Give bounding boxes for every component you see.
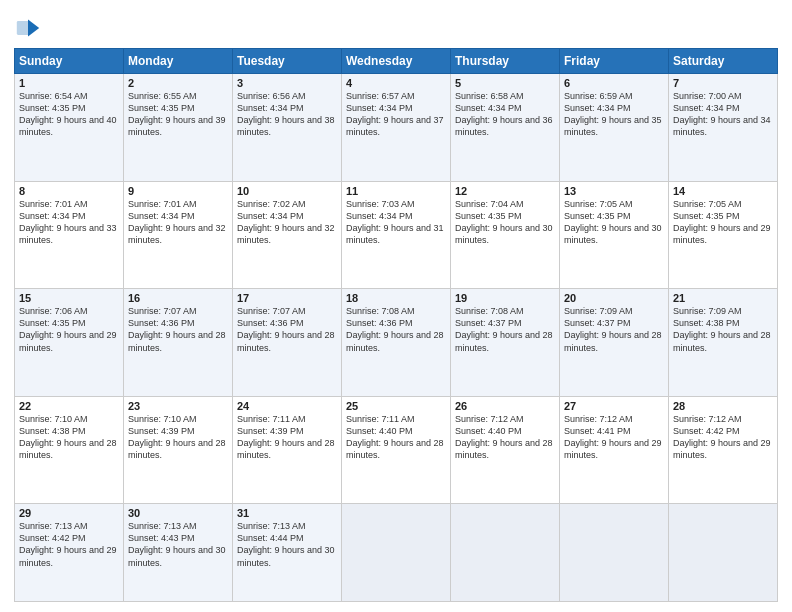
calendar-cell: 3 Sunrise: 6:56 AMSunset: 4:34 PMDayligh… (233, 74, 342, 182)
day-detail: Sunrise: 7:05 AMSunset: 4:35 PMDaylight:… (673, 199, 771, 245)
day-number: 23 (128, 400, 228, 412)
day-number: 12 (455, 185, 555, 197)
svg-rect-1 (17, 21, 30, 35)
day-number: 28 (673, 400, 773, 412)
logo (14, 14, 44, 42)
day-number: 21 (673, 292, 773, 304)
day-detail: Sunrise: 7:12 AMSunset: 4:41 PMDaylight:… (564, 414, 662, 460)
calendar-cell: 27 Sunrise: 7:12 AMSunset: 4:41 PMDaylig… (560, 396, 669, 504)
day-number: 31 (237, 507, 337, 519)
day-detail: Sunrise: 6:59 AMSunset: 4:34 PMDaylight:… (564, 91, 662, 137)
calendar-cell: 15 Sunrise: 7:06 AMSunset: 4:35 PMDaylig… (15, 289, 124, 397)
calendar-week-row: 29 Sunrise: 7:13 AMSunset: 4:42 PMDaylig… (15, 504, 778, 602)
day-detail: Sunrise: 6:55 AMSunset: 4:35 PMDaylight:… (128, 91, 226, 137)
day-number: 11 (346, 185, 446, 197)
calendar-cell: 16 Sunrise: 7:07 AMSunset: 4:36 PMDaylig… (124, 289, 233, 397)
calendar-body: 1 Sunrise: 6:54 AMSunset: 4:35 PMDayligh… (15, 74, 778, 602)
day-number: 18 (346, 292, 446, 304)
weekday-header: Tuesday (233, 49, 342, 74)
calendar-cell: 9 Sunrise: 7:01 AMSunset: 4:34 PMDayligh… (124, 181, 233, 289)
day-detail: Sunrise: 7:03 AMSunset: 4:34 PMDaylight:… (346, 199, 444, 245)
day-detail: Sunrise: 7:12 AMSunset: 4:42 PMDaylight:… (673, 414, 771, 460)
calendar-cell: 30 Sunrise: 7:13 AMSunset: 4:43 PMDaylig… (124, 504, 233, 602)
calendar-cell (342, 504, 451, 602)
day-number: 3 (237, 77, 337, 89)
day-detail: Sunrise: 7:07 AMSunset: 4:36 PMDaylight:… (237, 306, 335, 352)
calendar-cell (560, 504, 669, 602)
day-number: 8 (19, 185, 119, 197)
day-number: 24 (237, 400, 337, 412)
calendar-cell: 7 Sunrise: 7:00 AMSunset: 4:34 PMDayligh… (669, 74, 778, 182)
day-number: 1 (19, 77, 119, 89)
weekday-header: Sunday (15, 49, 124, 74)
day-number: 13 (564, 185, 664, 197)
day-detail: Sunrise: 7:13 AMSunset: 4:42 PMDaylight:… (19, 521, 117, 567)
logo-icon (14, 14, 42, 42)
day-detail: Sunrise: 7:11 AMSunset: 4:40 PMDaylight:… (346, 414, 444, 460)
day-number: 16 (128, 292, 228, 304)
day-number: 6 (564, 77, 664, 89)
day-detail: Sunrise: 7:01 AMSunset: 4:34 PMDaylight:… (128, 199, 226, 245)
day-number: 30 (128, 507, 228, 519)
day-detail: Sunrise: 7:12 AMSunset: 4:40 PMDaylight:… (455, 414, 553, 460)
day-number: 7 (673, 77, 773, 89)
calendar-cell (451, 504, 560, 602)
day-number: 22 (19, 400, 119, 412)
day-number: 15 (19, 292, 119, 304)
calendar-cell: 17 Sunrise: 7:07 AMSunset: 4:36 PMDaylig… (233, 289, 342, 397)
day-number: 14 (673, 185, 773, 197)
day-detail: Sunrise: 7:13 AMSunset: 4:43 PMDaylight:… (128, 521, 226, 567)
weekday-header: Monday (124, 49, 233, 74)
calendar-cell: 22 Sunrise: 7:10 AMSunset: 4:38 PMDaylig… (15, 396, 124, 504)
day-detail: Sunrise: 7:05 AMSunset: 4:35 PMDaylight:… (564, 199, 662, 245)
day-detail: Sunrise: 7:01 AMSunset: 4:34 PMDaylight:… (19, 199, 117, 245)
calendar-week-row: 15 Sunrise: 7:06 AMSunset: 4:35 PMDaylig… (15, 289, 778, 397)
calendar-week-row: 1 Sunrise: 6:54 AMSunset: 4:35 PMDayligh… (15, 74, 778, 182)
calendar-cell: 1 Sunrise: 6:54 AMSunset: 4:35 PMDayligh… (15, 74, 124, 182)
day-detail: Sunrise: 6:54 AMSunset: 4:35 PMDaylight:… (19, 91, 117, 137)
day-number: 20 (564, 292, 664, 304)
day-detail: Sunrise: 7:02 AMSunset: 4:34 PMDaylight:… (237, 199, 335, 245)
calendar-table: SundayMondayTuesdayWednesdayThursdayFrid… (14, 48, 778, 602)
weekday-header: Saturday (669, 49, 778, 74)
day-number: 29 (19, 507, 119, 519)
weekday-header: Thursday (451, 49, 560, 74)
day-detail: Sunrise: 6:56 AMSunset: 4:34 PMDaylight:… (237, 91, 335, 137)
day-detail: Sunrise: 7:13 AMSunset: 4:44 PMDaylight:… (237, 521, 335, 567)
day-number: 9 (128, 185, 228, 197)
calendar-cell: 13 Sunrise: 7:05 AMSunset: 4:35 PMDaylig… (560, 181, 669, 289)
calendar-cell: 5 Sunrise: 6:58 AMSunset: 4:34 PMDayligh… (451, 74, 560, 182)
day-number: 2 (128, 77, 228, 89)
calendar-cell: 21 Sunrise: 7:09 AMSunset: 4:38 PMDaylig… (669, 289, 778, 397)
header (14, 10, 778, 42)
weekday-header: Friday (560, 49, 669, 74)
day-number: 27 (564, 400, 664, 412)
day-number: 26 (455, 400, 555, 412)
calendar-week-row: 22 Sunrise: 7:10 AMSunset: 4:38 PMDaylig… (15, 396, 778, 504)
calendar-header-row: SundayMondayTuesdayWednesdayThursdayFrid… (15, 49, 778, 74)
day-detail: Sunrise: 7:09 AMSunset: 4:38 PMDaylight:… (673, 306, 771, 352)
day-detail: Sunrise: 6:58 AMSunset: 4:34 PMDaylight:… (455, 91, 553, 137)
day-number: 10 (237, 185, 337, 197)
calendar-cell (669, 504, 778, 602)
day-number: 5 (455, 77, 555, 89)
calendar-cell: 24 Sunrise: 7:11 AMSunset: 4:39 PMDaylig… (233, 396, 342, 504)
day-detail: Sunrise: 7:11 AMSunset: 4:39 PMDaylight:… (237, 414, 335, 460)
calendar-cell: 28 Sunrise: 7:12 AMSunset: 4:42 PMDaylig… (669, 396, 778, 504)
day-detail: Sunrise: 7:00 AMSunset: 4:34 PMDaylight:… (673, 91, 771, 137)
calendar-cell: 29 Sunrise: 7:13 AMSunset: 4:42 PMDaylig… (15, 504, 124, 602)
page-container: SundayMondayTuesdayWednesdayThursdayFrid… (0, 0, 792, 612)
day-detail: Sunrise: 7:10 AMSunset: 4:39 PMDaylight:… (128, 414, 226, 460)
day-detail: Sunrise: 7:06 AMSunset: 4:35 PMDaylight:… (19, 306, 117, 352)
calendar-cell: 12 Sunrise: 7:04 AMSunset: 4:35 PMDaylig… (451, 181, 560, 289)
calendar-week-row: 8 Sunrise: 7:01 AMSunset: 4:34 PMDayligh… (15, 181, 778, 289)
calendar-cell: 31 Sunrise: 7:13 AMSunset: 4:44 PMDaylig… (233, 504, 342, 602)
day-detail: Sunrise: 7:08 AMSunset: 4:36 PMDaylight:… (346, 306, 444, 352)
calendar-cell: 14 Sunrise: 7:05 AMSunset: 4:35 PMDaylig… (669, 181, 778, 289)
calendar-cell: 20 Sunrise: 7:09 AMSunset: 4:37 PMDaylig… (560, 289, 669, 397)
weekday-header: Wednesday (342, 49, 451, 74)
calendar-cell: 11 Sunrise: 7:03 AMSunset: 4:34 PMDaylig… (342, 181, 451, 289)
day-number: 4 (346, 77, 446, 89)
calendar-cell: 23 Sunrise: 7:10 AMSunset: 4:39 PMDaylig… (124, 396, 233, 504)
day-number: 19 (455, 292, 555, 304)
